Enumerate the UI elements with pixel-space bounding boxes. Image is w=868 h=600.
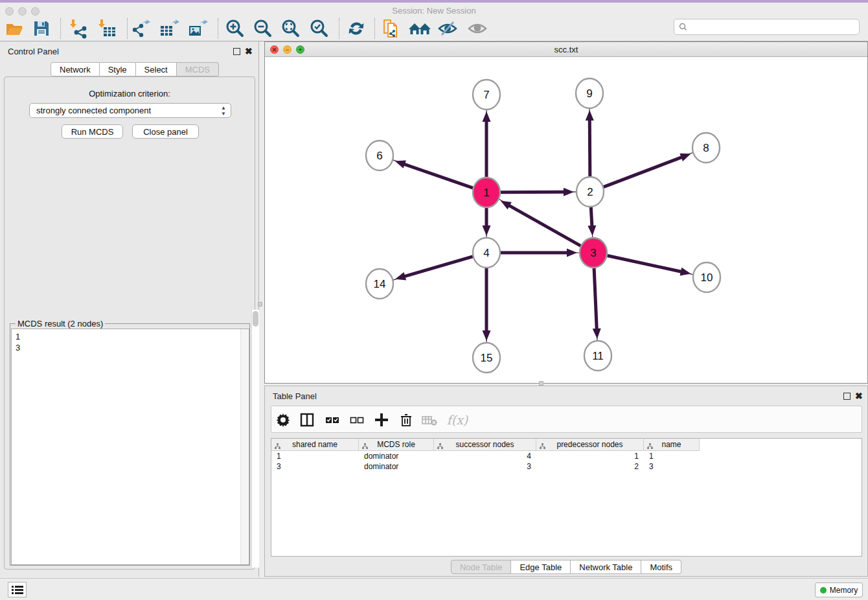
- zoom-fit-icon[interactable]: [279, 17, 303, 40]
- table-cell[interactable]: 3: [271, 461, 359, 472]
- table-tab-network-table[interactable]: Network Table: [571, 560, 641, 574]
- mcds-result-group: MCDS result (2 nodes) 13: [10, 323, 250, 566]
- column-header-predecessor-nodes[interactable]: predecessor nodes: [536, 439, 644, 451]
- table-tab-motifs[interactable]: Motifs: [641, 560, 681, 574]
- open-file-icon[interactable]: [3, 17, 26, 40]
- graph-edge-arrow: [680, 268, 691, 276]
- control-tab-mcds[interactable]: MCDS: [177, 62, 219, 76]
- show-panel-eye-icon[interactable]: [466, 17, 489, 40]
- export-table-icon[interactable]: [158, 17, 181, 40]
- graph-node-label: 2: [587, 186, 593, 198]
- apply-layout-icon[interactable]: [345, 17, 368, 40]
- column-header-shared-name[interactable]: shared name: [271, 439, 359, 451]
- table-settings-icon[interactable]: [272, 409, 294, 431]
- table-row-1[interactable]: 1dominator411: [271, 451, 700, 461]
- save-session-icon[interactable]: [30, 17, 53, 40]
- control-panel-close-icon[interactable]: ✖: [245, 48, 253, 55]
- horizontal-divider-handle[interactable]: [539, 381, 543, 386]
- table-panel-close-icon[interactable]: ✖: [855, 393, 863, 400]
- graph-node-label: 10: [701, 271, 713, 284]
- vertical-divider-handle[interactable]: [258, 302, 262, 306]
- table-cell[interactable]: 1: [644, 451, 700, 461]
- table-cell[interactable]: 1: [271, 451, 359, 461]
- graph-edge-arrow: [567, 249, 577, 257]
- memory-button[interactable]: Memory: [815, 583, 863, 597]
- column-type-icon: [437, 442, 443, 451]
- mcds-result-item: 3: [16, 342, 245, 353]
- graph-edge-1-6[interactable]: [403, 164, 473, 188]
- control-panel-scrollbar[interactable]: [251, 310, 259, 568]
- search-input[interactable]: [674, 19, 860, 35]
- close-panel-button[interactable]: Close panel: [132, 124, 199, 139]
- table-cell[interactable]: 3: [434, 461, 536, 472]
- control-tab-style[interactable]: Style: [100, 62, 136, 76]
- deselect-all-columns-icon[interactable]: [346, 409, 368, 431]
- search-icon: [679, 23, 687, 31]
- graph-node-label: 7: [483, 89, 489, 101]
- mcds-result-scrollbar[interactable]: [240, 329, 248, 564]
- table-cell[interactable]: dominator: [359, 461, 434, 472]
- network-view-window: ✕ − + scc.txt 7968124314101511: [264, 41, 868, 384]
- select-stepper-icon: ▲▼: [221, 105, 226, 117]
- graph-node-label: 8: [703, 142, 709, 154]
- import-network-icon[interactable]: [67, 17, 91, 40]
- table-cell[interactable]: 1: [536, 451, 644, 461]
- column-header-MCDS-role[interactable]: MCDS role: [359, 439, 434, 451]
- mcds-result-title: MCDS result (2 nodes): [16, 319, 105, 329]
- table-tab-edge-table[interactable]: Edge Table: [511, 560, 571, 574]
- network-canvas[interactable]: 7968124314101511: [265, 57, 867, 383]
- task-history-button[interactable]: [8, 582, 27, 597]
- control-panel-float-icon[interactable]: [233, 48, 240, 55]
- table-panel-float-icon[interactable]: [843, 393, 851, 400]
- column-header-successor-nodes[interactable]: successor nodes: [434, 439, 536, 451]
- zoom-out-icon[interactable]: [251, 17, 275, 40]
- table-cell[interactable]: 3: [644, 461, 700, 472]
- graph-edge-arrow: [483, 111, 491, 122]
- graph-edge-3-10[interactable]: [607, 255, 682, 271]
- network-window-title: scc.txt: [265, 45, 867, 54]
- clone-network-icon[interactable]: [379, 17, 402, 40]
- graph-edge-3-1[interactable]: [508, 205, 581, 246]
- graph-edge-1-2[interactable]: [501, 192, 565, 192]
- control-panel: Control Panel ✖ NetworkStyleSelectMCDS O…: [0, 41, 259, 577]
- zoom-in-icon[interactable]: [223, 17, 247, 40]
- control-tab-network[interactable]: Network: [51, 62, 100, 76]
- home-icon[interactable]: [408, 17, 431, 40]
- function-builder-icon[interactable]: f(x): [443, 409, 472, 431]
- run-mcds-button[interactable]: Run MCDS: [62, 124, 123, 139]
- import-table-icon[interactable]: [96, 17, 119, 40]
- control-panel-tabs: NetworkStyleSelectMCDS: [51, 62, 219, 76]
- graph-node-label: 1: [483, 187, 489, 199]
- delete-table-icon[interactable]: [418, 409, 440, 431]
- main-toolbar: [0, 16, 868, 41]
- optimization-criterion-select[interactable]: strongly connected component ▲▼: [29, 103, 231, 118]
- table-cell[interactable]: 4: [434, 451, 536, 461]
- export-network-icon[interactable]: [130, 17, 153, 40]
- table-cell[interactable]: dominator: [359, 451, 434, 461]
- column-type-icon: [647, 442, 653, 451]
- memory-label: Memory: [830, 586, 858, 595]
- export-image-icon[interactable]: [187, 17, 210, 40]
- create-column-icon[interactable]: [371, 409, 393, 431]
- mcds-panel: Optimization criterion: strongly connect…: [4, 76, 255, 570]
- select-all-columns-icon[interactable]: [321, 409, 343, 431]
- table-row-3[interactable]: 3dominator323: [271, 461, 700, 472]
- hide-panel-eye-icon[interactable]: [436, 17, 459, 40]
- graph-edge-4-14[interactable]: [403, 257, 472, 277]
- mcds-result-list[interactable]: 13: [11, 329, 249, 565]
- graph-node-label: 14: [374, 278, 386, 290]
- graph-node-label: 15: [481, 352, 493, 364]
- table-cell[interactable]: 2: [536, 461, 644, 472]
- graph-edge-2-8[interactable]: [604, 157, 683, 187]
- graph-edge-2-3[interactable]: [591, 205, 592, 227]
- show-columns-icon[interactable]: [296, 409, 318, 431]
- graph-edge-2-9[interactable]: [589, 119, 590, 178]
- table-tabs: Node TableEdge TableNetwork TableMotifs: [265, 560, 867, 574]
- graph-edge-3-11[interactable]: [594, 266, 597, 330]
- column-header-name[interactable]: name: [644, 439, 700, 451]
- delete-column-icon[interactable]: [395, 409, 417, 431]
- zoom-selected-icon[interactable]: [308, 17, 331, 40]
- graph-edge-arrow: [395, 161, 406, 168]
- table-tab-node-table[interactable]: Node Table: [451, 560, 512, 574]
- control-tab-select[interactable]: Select: [136, 62, 177, 76]
